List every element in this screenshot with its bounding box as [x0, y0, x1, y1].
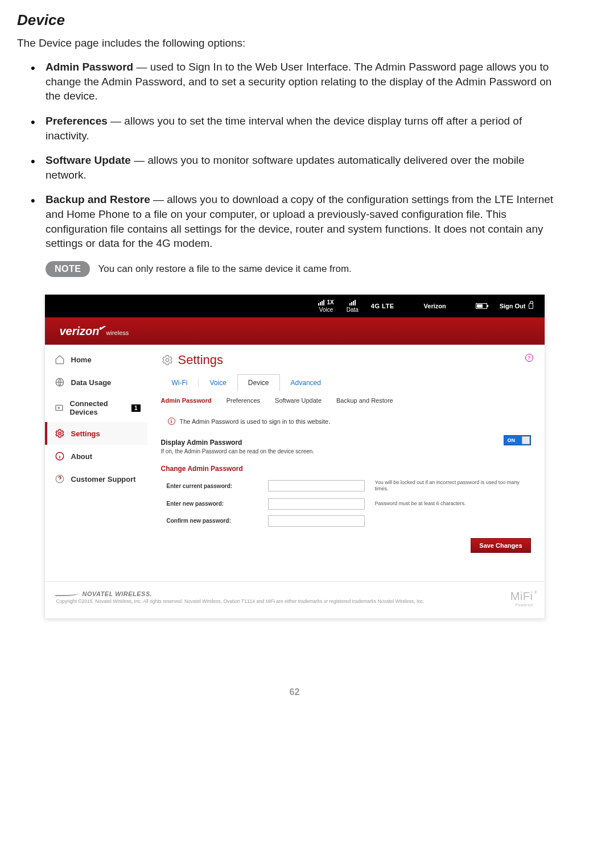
option-text: — allows you to set the time interval wh…	[46, 115, 522, 142]
svg-point-2	[58, 432, 61, 435]
tab-device[interactable]: Device	[237, 374, 280, 391]
options-list: Admin Password — used to Sign In to the …	[17, 60, 572, 251]
sidebar-item-label: Home	[71, 356, 92, 364]
page-number: 62	[17, 687, 572, 697]
current-pw-input[interactable]	[268, 480, 365, 491]
display-pw-toggle[interactable]: ON	[504, 435, 531, 445]
tab-wifi[interactable]: Wi-Fi	[161, 374, 199, 391]
list-item: Admin Password — used to Sign In to the …	[46, 60, 572, 104]
info-icon: i	[168, 418, 175, 425]
home-icon	[54, 354, 65, 365]
subtab-software-update[interactable]: Software Update	[275, 397, 322, 404]
sidebar-item-connected-devices[interactable]: Connected Devices 1	[45, 394, 147, 422]
carrier-label: Verizon	[424, 303, 446, 309]
sidebar-item-data-usage[interactable]: Data Usage	[45, 371, 147, 394]
note-row: NOTE You can only restore a file to the …	[46, 261, 572, 277]
sidebar-item-label: Settings	[71, 429, 100, 438]
help-icon	[54, 473, 65, 485]
top-status-bar: 1X Voice Data 4G LTE Verizon Sign Out	[45, 295, 545, 317]
signal-bars-icon	[318, 300, 324, 305]
info-message: i The Admin Password is used to sign in …	[168, 418, 531, 425]
voice-network: 1X	[327, 299, 333, 305]
list-item: Backup and Restore — allows you to downl…	[46, 192, 572, 251]
subtab-preferences[interactable]: Preferences	[226, 397, 260, 404]
sidebar-item-label: About	[71, 452, 93, 461]
option-label: Preferences	[46, 115, 108, 127]
app-footer: NOVATEL WIRELESS. Copyright ©2015. Novat…	[45, 581, 545, 618]
sidebar-item-settings[interactable]: Settings	[45, 422, 147, 445]
gear-icon	[161, 354, 174, 366]
voice-signal: 1X Voice	[318, 299, 333, 313]
app-screenshot: 1X Voice Data 4G LTE Verizon Sign Out ve…	[44, 294, 545, 619]
intro-text: The Device page includes the following o…	[17, 37, 572, 49]
tab-advanced[interactable]: Advanced	[280, 374, 332, 391]
sidebar-item-support[interactable]: Customer Support	[45, 468, 147, 490]
page-heading: Device	[17, 11, 572, 29]
main-panel: Settings ? Wi-Fi Voice Device Advanced A…	[147, 345, 545, 570]
data-signal: Data	[347, 300, 359, 313]
new-pw-hint: Password must be at least 6 characters.	[375, 501, 531, 507]
novatel-swoosh-icon	[55, 590, 81, 596]
help-button[interactable]: ?	[525, 354, 533, 362]
sidebar-item-home[interactable]: Home	[45, 348, 147, 371]
current-pw-hint: You will be locked out if an incorrect p…	[375, 480, 531, 493]
network-type: 4G LTE	[371, 303, 394, 309]
option-label: Admin Password	[46, 61, 133, 73]
current-pw-label: Enter current password:	[167, 483, 258, 489]
copyright-text: Copyright ©2015. Novatel Wireless, Inc. …	[56, 598, 425, 605]
sidebar-nav: Home Data Usage Connected Devices 1 Set	[45, 345, 147, 570]
signal-bars-icon	[349, 300, 356, 305]
new-pw-input[interactable]	[268, 498, 365, 510]
secondary-tabs: Admin Password Preferences Software Upda…	[161, 397, 531, 407]
svg-point-5	[166, 358, 169, 362]
subtab-admin-password[interactable]: Admin Password	[161, 397, 212, 404]
change-pw-heading: Change Admin Password	[161, 465, 531, 473]
novatel-brand: NOVATEL WIRELESS.	[83, 590, 153, 597]
option-label: Backup and Restore	[46, 193, 150, 205]
sidebar-item-label: Connected Devices	[70, 399, 126, 416]
globe-icon	[54, 377, 65, 388]
device-count-badge: 1	[131, 404, 141, 412]
sidebar-item-about[interactable]: About	[45, 445, 147, 468]
sidebar-item-label: Customer Support	[71, 475, 136, 483]
display-pw-sub: If on, the Admin Password can be read on…	[161, 448, 315, 454]
save-changes-button[interactable]: Save Changes	[471, 538, 530, 553]
option-label: Software Update	[46, 154, 131, 166]
settings-title: Settings	[161, 353, 531, 367]
list-item: Software Update — allows you to monitor …	[46, 153, 572, 182]
note-badge: NOTE	[46, 261, 90, 277]
verizon-logo: verizon✔wireless	[60, 325, 129, 338]
voice-label: Voice	[319, 307, 333, 313]
subtab-backup-restore[interactable]: Backup and Restore	[336, 397, 393, 404]
sidebar-item-label: Data Usage	[71, 378, 112, 387]
tab-voice[interactable]: Voice	[199, 374, 237, 391]
list-item: Preferences — allows you to set the time…	[46, 114, 572, 143]
battery-icon	[476, 303, 487, 309]
brand-header: verizon✔wireless	[45, 317, 545, 345]
primary-tabs: Wi-Fi Voice Device Advanced	[161, 374, 531, 391]
confirm-pw-input[interactable]	[268, 515, 365, 527]
data-label: Data	[347, 307, 359, 313]
mifi-logo: MiFi® Powered	[510, 590, 533, 607]
note-text: You can only restore a file to the same …	[98, 263, 351, 275]
sign-out-link[interactable]: Sign Out	[500, 303, 533, 309]
lock-icon	[529, 303, 533, 309]
gear-icon	[54, 428, 65, 439]
display-pw-heading: Display Admin Password	[161, 439, 315, 447]
confirm-pw-label: Confirm new password:	[167, 518, 258, 524]
new-pw-label: Enter new password:	[167, 501, 258, 507]
info-icon	[54, 450, 65, 462]
devices-icon	[54, 402, 64, 414]
